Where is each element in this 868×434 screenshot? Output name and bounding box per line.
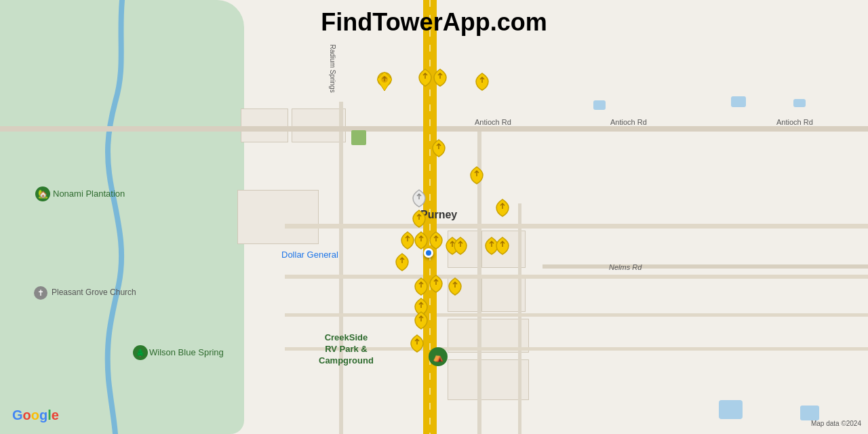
road-v1 [339,102,343,434]
city-block [237,190,319,244]
water-body [593,100,606,110]
google-logo: Google [12,408,59,423]
dollar-general-label: Dollar General [281,250,338,260]
forest-area [0,0,244,434]
creekside-label: CreekSideRV Park &Campground [319,332,374,367]
road-v4 [518,203,521,434]
nelms-rd-road [542,264,868,269]
tower-marker[interactable] [469,165,484,184]
map-attribution: Map data ©2024 [811,420,861,427]
nonami-plantation-label: Nonami Plantation [53,189,125,199]
water-body [800,406,819,420]
road-h4 [285,313,868,317]
water-body [731,96,746,107]
road-label-antioch-2: Antioch Rd [610,118,647,126]
city-block [448,359,529,400]
tower-marker[interactable] [429,231,443,250]
road-label-radium-springs: Radium Springs [329,45,336,93]
tower-marker[interactable] [414,277,429,296]
tower-marker[interactable] [475,72,490,91]
antioch-rd-short: Antioch Rd [776,118,813,126]
tower-marker[interactable] [418,68,433,87]
campground-icon[interactable]: ⛺ [429,347,448,366]
tower-marker[interactable] [400,231,415,250]
nonami-plantation-icon[interactable]: 🏡 [35,186,50,201]
wilson-spring-icon[interactable]: 🌲 [133,345,148,360]
map-container[interactable]: Radium Springs Antioch Rd Antioch Rd Ant… [0,0,868,434]
tower-marker[interactable] [495,198,510,217]
tower-marker[interactable] [429,274,443,293]
church-icon[interactable]: ✝ [34,286,47,300]
tower-marker[interactable] [377,72,392,91]
tower-marker[interactable] [453,236,468,255]
tower-marker[interactable] [412,209,427,228]
page-title: FindTowerApp.com [321,8,547,37]
road-h2 [285,224,868,229]
water-body [793,99,806,107]
road-label-antioch-3: Antioch Rd [776,118,813,126]
tower-marker[interactable] [412,189,427,208]
location-dot [424,248,433,258]
tower-marker[interactable] [448,277,462,296]
tower-marker[interactable] [495,236,510,255]
road-label-antioch-1: Antioch Rd [475,118,511,126]
wilson-spring-label: Wilson Blue Spring [149,347,224,357]
church-label: Pleasant Grove Church [52,288,136,297]
tower-marker[interactable] [410,334,425,353]
tower-marker[interactable] [433,68,448,87]
city-block [241,108,288,142]
road-h3 [285,275,868,279]
road-label-nelms: Nelms Rd [609,263,642,271]
tower-marker[interactable] [431,138,446,157]
tower-marker[interactable] [414,311,429,330]
water-body [719,400,743,419]
green-patch [351,130,366,145]
city-block [292,108,346,142]
tower-marker[interactable] [395,252,410,271]
tower-marker[interactable] [414,231,429,250]
